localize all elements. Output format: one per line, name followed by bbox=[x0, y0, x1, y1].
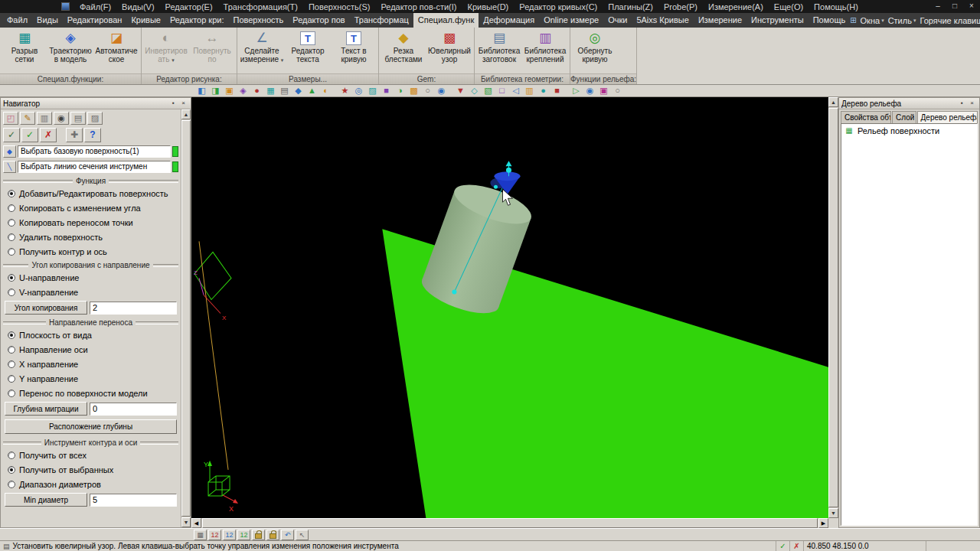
minimize-button[interactable]: – bbox=[929, 0, 946, 13]
option-u-direction[interactable]: U-направление bbox=[3, 270, 178, 285]
option-x-direction[interactable]: X направление bbox=[3, 357, 178, 371]
option-v-direction[interactable]: V-направление bbox=[3, 285, 178, 299]
option-get-from-selected[interactable]: Получить от выбранных bbox=[3, 462, 178, 477]
line-pick-icon[interactable]: ╲ bbox=[3, 161, 16, 173]
view-tool-icon[interactable]: ■ bbox=[380, 85, 393, 96]
viewport-hscrollbar[interactable]: ◀ ▶ bbox=[191, 518, 828, 528]
tab-glasses[interactable]: Очки bbox=[603, 13, 632, 28]
tab-online-measure[interactable]: Online измере bbox=[539, 13, 603, 28]
undo-icon[interactable]: ↶ bbox=[281, 530, 294, 540]
menu-help[interactable]: Помощь(H) bbox=[808, 2, 864, 11]
status-ok-icon[interactable]: ✓ bbox=[776, 541, 790, 551]
text-to-curve-button[interactable]: T Текст в кривую bbox=[332, 28, 376, 73]
scrollbar-thumb[interactable] bbox=[828, 108, 838, 507]
cancel-x-icon[interactable]: ✗ bbox=[40, 128, 57, 142]
menu-views[interactable]: Виды(V) bbox=[116, 2, 159, 11]
view-tool-icon[interactable]: ◐ bbox=[319, 85, 332, 96]
select-section-line-field[interactable]: Выбрать линию сечения инструмен bbox=[18, 161, 171, 173]
tool-cone[interactable] bbox=[490, 161, 520, 194]
menu-surface-editor[interactable]: Редактор пов-сти(I) bbox=[375, 2, 462, 11]
view-tool-icon[interactable]: ▦ bbox=[264, 85, 277, 96]
pointer-select-icon[interactable]: ↖ bbox=[296, 530, 309, 540]
nav-tool-icon[interactable]: ▨ bbox=[87, 112, 103, 125]
counter-button-3[interactable]: 12 bbox=[237, 530, 250, 540]
view-tool-icon[interactable]: ◈ bbox=[237, 85, 250, 96]
view-tool-icon[interactable]: ▨ bbox=[366, 85, 379, 96]
pin-icon[interactable]: ▪ bbox=[168, 98, 178, 109]
viewport-canvas[interactable]: X Z Y bbox=[191, 97, 828, 518]
tree-item-relief-surface[interactable]: ▦ Рельеф поверхности bbox=[844, 126, 975, 135]
tab-help[interactable]: Помощь bbox=[808, 13, 851, 28]
jewelry-pattern-button[interactable]: ▩ Ювелирный узор bbox=[427, 28, 472, 73]
tab-edit[interactable]: Редактирован bbox=[63, 13, 127, 28]
scrollbar-thumb[interactable] bbox=[202, 518, 818, 528]
depth-location-button[interactable]: Расположение глубины bbox=[5, 419, 177, 434]
scroll-right-icon[interactable]: ▶ bbox=[818, 518, 828, 528]
invert-button[interactable]: ◐ Инвертировать ▾ bbox=[144, 28, 188, 73]
flip-horizontal-button[interactable]: ↔ Повернуть по горизонтали ▾ bbox=[190, 28, 234, 73]
option-copy-by-point[interactable]: Копировать переносом точки bbox=[3, 215, 178, 230]
view-tool-icon[interactable]: ▲ bbox=[305, 85, 318, 96]
option-add-edit-surface[interactable]: Добавить/Редактировать поверхность bbox=[3, 186, 178, 201]
view-tool-icon[interactable]: ▼ bbox=[454, 85, 467, 96]
mesh-break-button[interactable]: ▦ Разрыв сетки bbox=[2, 28, 47, 73]
menu-measure[interactable]: Измерение(A) bbox=[703, 2, 769, 11]
view-tool-icon[interactable]: ◨ bbox=[209, 85, 222, 96]
menu-probe[interactable]: Probe(P) bbox=[658, 2, 703, 11]
tab-relief-tree[interactable]: Дерево рельефа bbox=[917, 111, 978, 123]
navigator-scrollbar[interactable]: ▲ ▼ bbox=[181, 109, 191, 527]
close-icon[interactable]: × bbox=[967, 98, 977, 109]
view-tool-icon[interactable]: ▧ bbox=[482, 85, 495, 96]
nav-tool-icon[interactable]: ▤ bbox=[70, 112, 86, 125]
hotkeys-menu[interactable]: Горячие клавиши bbox=[920, 16, 980, 25]
view-tool-icon[interactable]: ◑ bbox=[394, 85, 407, 96]
view-tool-icon[interactable]: ○ bbox=[421, 85, 434, 96]
nav-tool-icon[interactable]: ◰ bbox=[3, 112, 18, 125]
option-axis-direction[interactable]: Направление оси bbox=[3, 342, 178, 357]
min-diameter-button[interactable]: Min диаметр bbox=[5, 493, 87, 507]
option-diameter-range[interactable]: Диапазон диаметров bbox=[3, 477, 178, 491]
scroll-down-icon[interactable]: ▼ bbox=[828, 508, 838, 518]
close-button[interactable]: × bbox=[963, 0, 980, 13]
view-tool-icon[interactable]: ◇ bbox=[468, 85, 481, 96]
close-icon[interactable]: × bbox=[178, 98, 188, 109]
view-tool-icon[interactable]: ◎ bbox=[352, 85, 365, 96]
pin-icon[interactable]: ▪ bbox=[957, 98, 967, 109]
min-diameter-input[interactable] bbox=[90, 494, 177, 507]
menu-plugins[interactable]: Плагины(Z) bbox=[603, 2, 658, 11]
view-tool-icon[interactable]: ● bbox=[250, 85, 263, 96]
lock-icon[interactable] bbox=[266, 530, 279, 540]
menu-file[interactable]: Файл(F) bbox=[74, 2, 116, 11]
migration-depth-button[interactable]: Глубина миграции bbox=[5, 402, 87, 416]
tab-special-functions[interactable]: Специал.функ bbox=[413, 13, 479, 28]
menu-surface[interactable]: Поверхность(S) bbox=[303, 2, 375, 11]
viewport-vscrollbar[interactable]: ▲ ▼ bbox=[828, 97, 838, 518]
tab-tools[interactable]: Инструменты bbox=[746, 13, 808, 28]
option-y-direction[interactable]: Y направление bbox=[3, 371, 178, 386]
menu-editor[interactable]: Редактор(E) bbox=[160, 2, 218, 11]
wrap-curve-button[interactable]: ◎ Обернуть кривую bbox=[573, 28, 617, 73]
option-copy-with-angle[interactable]: Копировать с изменением угла bbox=[3, 201, 178, 215]
measure-button[interactable]: ∠ Сделайте измерение ▾ bbox=[240, 28, 284, 73]
view-tool-icon[interactable]: □ bbox=[495, 85, 508, 96]
tab-views[interactable]: Виды bbox=[32, 13, 63, 28]
menu-transform[interactable]: Трансформация(T) bbox=[218, 2, 303, 11]
help-icon[interactable]: ? bbox=[84, 128, 101, 142]
tab-object-properties[interactable]: Свойства объе... bbox=[841, 111, 891, 123]
scrollbar-thumb[interactable] bbox=[181, 120, 191, 517]
tab-5axis-curves[interactable]: 5Aixs Кривые bbox=[632, 13, 694, 28]
text-editor-button[interactable]: T Редактор текста bbox=[286, 28, 330, 73]
menu-more[interactable]: Еще(O) bbox=[769, 2, 808, 11]
grid-snap-icon[interactable]: ▦ bbox=[194, 530, 207, 540]
tab-surface[interactable]: Поверхность bbox=[229, 13, 289, 28]
view-tool-icon[interactable]: ▷ bbox=[570, 85, 583, 96]
tab-layer[interactable]: Слой bbox=[892, 111, 916, 123]
view-tool-icon[interactable]: ◉ bbox=[435, 85, 448, 96]
tab-surface-editor[interactable]: Редактор пов bbox=[288, 13, 349, 28]
tab-curves[interactable]: Кривые bbox=[126, 13, 165, 28]
menu-curves[interactable]: Кривые(D) bbox=[462, 2, 514, 11]
view-tool-icon[interactable]: ▣ bbox=[223, 85, 236, 96]
status-cancel-icon[interactable]: ✗ bbox=[790, 541, 804, 551]
blank-library-button[interactable]: ▤ Библиотека заготовок bbox=[477, 28, 521, 73]
select-base-surface-field[interactable]: Выбрать базовую поверхность(1) bbox=[18, 145, 171, 158]
